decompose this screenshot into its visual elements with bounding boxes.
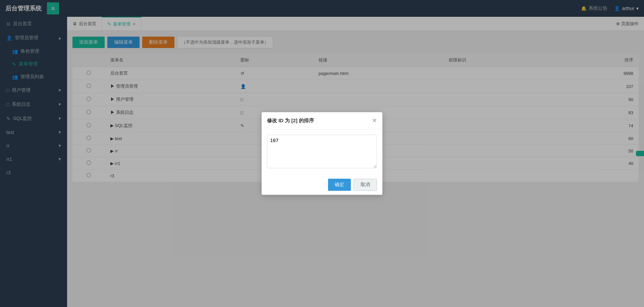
- modal-body: 107: [262, 129, 382, 175]
- confirm-button[interactable]: 确定: [328, 179, 351, 191]
- cancel-button[interactable]: 取消: [354, 179, 377, 191]
- modal-overlay: 修改 ID 为 [2] 的排序 ✕ 107 确定 取消: [0, 0, 644, 307]
- modal: 修改 ID 为 [2] 的排序 ✕ 107 确定 取消: [262, 112, 382, 195]
- modal-footer: 确定 取消: [262, 175, 382, 195]
- modal-close-button[interactable]: ✕: [372, 117, 377, 124]
- modal-title: 修改 ID 为 [2] 的排序: [267, 118, 314, 124]
- modal-header: 修改 ID 为 [2] 的排序 ✕: [262, 112, 382, 129]
- sort-input[interactable]: 107: [267, 135, 377, 168]
